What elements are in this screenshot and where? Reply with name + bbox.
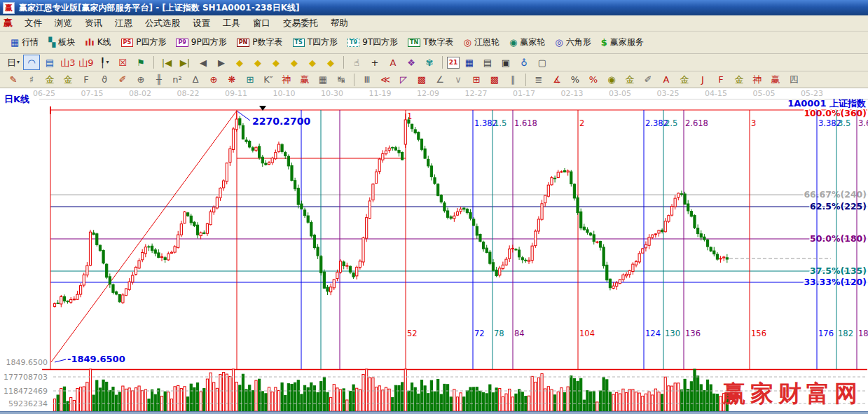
- last-bar-button[interactable]: ▶|: [177, 55, 193, 70]
- title-bar[interactable]: 赢 赢家江恩专业版[赢家内部服务平台] - [上证指数 SH1A0001-238…: [0, 0, 868, 15]
- clamp-tool[interactable]: Ⅲ: [359, 72, 376, 88]
- zoom-out-x-button[interactable]: ◆: [231, 55, 248, 70]
- winner-wheel-button[interactable]: ◉赢家轮: [504, 34, 550, 50]
- prev-bar-button[interactable]: ◀: [195, 55, 212, 70]
- gold-hash2-tool[interactable]: 金: [60, 72, 76, 88]
- annotate-button[interactable]: A: [385, 55, 401, 70]
- p9-square-button[interactable]: P99P四方形: [171, 34, 231, 50]
- circle-cross-tool[interactable]: ⊕: [205, 72, 222, 88]
- j-angle-tool[interactable]: J: [694, 72, 711, 88]
- kline-button[interactable]: ılıK线: [80, 34, 116, 50]
- brush-tool[interactable]: ✎: [5, 72, 22, 88]
- zoom-in-x-button[interactable]: ◆: [249, 55, 266, 70]
- menu-browse[interactable]: 浏览: [48, 16, 78, 31]
- sectors-button[interactable]: ▚板块: [43, 34, 80, 50]
- kline-period-dropdown[interactable]: 日▾: [5, 55, 22, 70]
- f-angle-tool[interactable]: F: [712, 72, 729, 88]
- t9-square-button[interactable]: T99T四方形: [343, 34, 403, 50]
- fan-square-tool[interactable]: ◸: [395, 72, 412, 88]
- gold-hash-tool[interactable]: 金: [41, 72, 58, 88]
- menu-gann[interactable]: 江恩: [109, 16, 139, 31]
- overlay-curve-button[interactable]: ◠: [23, 55, 40, 70]
- bars-9-button[interactable]: 山9: [78, 55, 95, 70]
- info-board-button[interactable]: ▤: [41, 55, 58, 70]
- menu-help[interactable]: 帮助: [324, 16, 354, 31]
- gann-circle-tool[interactable]: ⊕: [132, 72, 149, 88]
- menu-settings[interactable]: 设置: [186, 16, 216, 31]
- web-square-tool[interactable]: ⊞: [242, 72, 259, 88]
- calculator-button[interactable]: ▦: [461, 55, 478, 70]
- t-square-button[interactable]: TST四方形: [288, 34, 343, 50]
- pen-ruler-tool[interactable]: ✐: [114, 72, 131, 88]
- percent-angle-tool[interactable]: ∡: [549, 72, 565, 88]
- gann-wheel-button[interactable]: ◎江恩轮: [459, 34, 504, 50]
- volume-bar: [599, 391, 601, 411]
- span-arrows-tool[interactable]: ↹: [333, 72, 350, 88]
- next-bar-button[interactable]: ▶: [213, 55, 230, 70]
- measure-pen-tool[interactable]: ✐: [640, 72, 656, 88]
- volume-bar: [602, 378, 605, 411]
- menu-trade[interactable]: 交易委托: [277, 16, 324, 31]
- ying-angle-tool[interactable]: 赢: [767, 72, 784, 88]
- percent-line-tool[interactable]: %: [585, 72, 602, 88]
- ticks-tool[interactable]: ╫: [151, 72, 167, 88]
- red-grid-tool[interactable]: ⊞: [468, 72, 485, 88]
- t-number-button[interactable]: TNT数字表: [403, 34, 459, 50]
- menu-file[interactable]: 文件: [18, 16, 48, 31]
- fan-box-tool[interactable]: ▩: [413, 72, 430, 88]
- web-button[interactable]: ♁: [516, 55, 532, 70]
- notes-button[interactable]: ▤: [479, 55, 496, 70]
- crosshair-button[interactable]: +: [366, 55, 383, 70]
- quotes-button[interactable]: ▦行情: [6, 34, 43, 50]
- candle-style-dropdown[interactable]: ╿▾: [96, 55, 113, 70]
- menu-formula-picker[interactable]: 公式选股: [139, 16, 186, 31]
- spiral-tool[interactable]: ϑ: [96, 72, 113, 88]
- gold-lines-tool[interactable]: 金: [621, 72, 638, 88]
- ying-hash-tool[interactable]: 赢: [296, 72, 313, 88]
- menu-window[interactable]: 窗口: [247, 16, 277, 31]
- p-number-button[interactable]: PNP数字表: [232, 34, 288, 50]
- red-grid2-tool[interactable]: ▩: [486, 72, 503, 88]
- percent-tool[interactable]: %: [567, 72, 584, 88]
- red-fan-tool[interactable]: ≪: [377, 72, 394, 88]
- wave-a-tool[interactable]: A: [658, 72, 675, 88]
- menu-tools[interactable]: 工具: [216, 16, 247, 31]
- scale-tool[interactable]: ≣: [530, 72, 547, 88]
- gold-circle-tool[interactable]: ◉: [603, 72, 620, 88]
- gold-angle1-tool[interactable]: 金: [676, 72, 693, 88]
- menu-news[interactable]: 资讯: [78, 16, 109, 31]
- hexagon-button[interactable]: ◎六角形: [550, 34, 595, 50]
- first-bar-button[interactable]: |◀: [158, 55, 175, 70]
- f-hash-tool[interactable]: F: [78, 72, 95, 88]
- signal-flag-button[interactable]: ⚑: [132, 55, 149, 70]
- zoom-out-xy-button[interactable]: ◆: [286, 55, 303, 70]
- pattern-x-button[interactable]: ☒: [114, 55, 131, 70]
- candle-body: [573, 184, 575, 198]
- link-button[interactable]: ✾: [421, 55, 438, 70]
- p-square-button[interactable]: PSP四方形: [116, 34, 172, 50]
- save-button[interactable]: ▣: [497, 55, 514, 70]
- ruler-123-tool[interactable]: ▦: [315, 72, 331, 88]
- parallels-tool[interactable]: ∥: [504, 72, 521, 88]
- n2-tool[interactable]: n²: [169, 72, 186, 88]
- hash-tool[interactable]: ♯: [23, 72, 40, 88]
- calendar-button[interactable]: 21: [447, 57, 460, 69]
- gold-angle2-tool[interactable]: 金: [731, 72, 748, 88]
- mark-button[interactable]: ❖: [403, 55, 420, 70]
- remote-button[interactable]: ▢: [534, 55, 551, 70]
- winner-service-button[interactable]: $赢家服务: [596, 34, 649, 50]
- spider-web-tool[interactable]: ❋: [223, 72, 240, 88]
- zoom-in-y-button[interactable]: ◆: [322, 55, 339, 70]
- k-marks-tool[interactable]: K″: [260, 72, 277, 88]
- four-angle-tool[interactable]: 四: [785, 72, 802, 88]
- zigzag-tool[interactable]: ∨: [450, 72, 467, 88]
- angle-a-tool[interactable]: ∆: [187, 72, 204, 88]
- hand-drag-button[interactable]: ☝: [348, 55, 365, 70]
- zoom-out-y-button[interactable]: ◆: [304, 55, 321, 70]
- zoom-in-xy-button[interactable]: ◆: [268, 55, 284, 70]
- shen-hash-tool[interactable]: 神: [278, 72, 295, 88]
- kline-chart[interactable]: 06-2507-1508-0208-2209-1110-1010-3011-19…: [0, 88, 868, 414]
- shen-angle-tool[interactable]: 神: [749, 72, 766, 88]
- bars-3-button[interactable]: 山3: [60, 55, 76, 70]
- angle-lines-tool[interactable]: ∠: [432, 72, 448, 88]
